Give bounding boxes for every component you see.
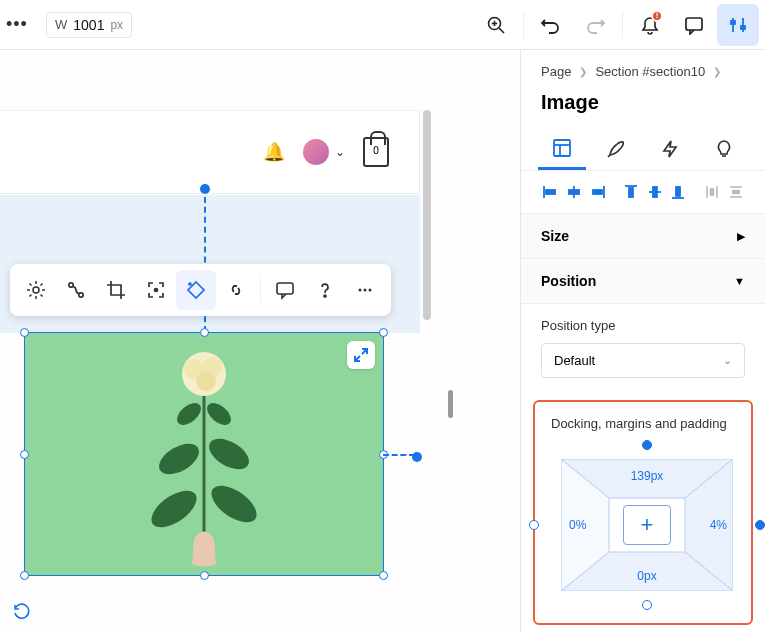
dock-bottom-icon[interactable] [642, 600, 652, 610]
svg-point-27 [203, 399, 235, 429]
distribute-h-icon[interactable] [703, 181, 722, 203]
tab-layout[interactable] [538, 128, 586, 170]
breadcrumb[interactable]: Page ❯ Section #section10 ❯ [521, 50, 765, 87]
margin-top-value[interactable]: 139px [631, 469, 664, 483]
comments-button[interactable] [673, 4, 715, 46]
history-icon[interactable] [12, 602, 30, 620]
site-header-preview: 🔔 ⌄ 0 [0, 110, 420, 194]
link-icon[interactable] [216, 270, 256, 310]
more-icon[interactable]: ••• [6, 14, 26, 35]
svg-rect-32 [554, 140, 570, 156]
svg-point-18 [369, 289, 372, 292]
resize-handle[interactable] [379, 571, 388, 580]
resize-handle[interactable] [200, 328, 209, 337]
svg-point-23 [204, 433, 254, 476]
docking-section: Docking, margins and padding + 139px 4% … [533, 400, 753, 625]
align-bottom-icon[interactable] [669, 181, 688, 203]
resize-handle[interactable] [20, 328, 29, 337]
canvas-workspace: 🔔 ⌄ 0 [0, 50, 520, 632]
align-top-icon[interactable] [622, 181, 641, 203]
properties-toggle-button[interactable] [717, 4, 759, 46]
margin-right-value[interactable]: 4% [710, 518, 727, 532]
tab-interactions[interactable] [646, 128, 694, 170]
width-input-group[interactable]: W 1001 px [46, 12, 132, 38]
svg-rect-54 [733, 191, 739, 194]
panel-title: Image [521, 87, 765, 128]
svg-point-24 [145, 483, 203, 534]
docking-label: Docking, margins and padding [545, 416, 741, 431]
position-type-select[interactable]: Default ⌄ [541, 343, 745, 378]
path-icon[interactable] [56, 270, 96, 310]
svg-rect-51 [711, 189, 714, 195]
margin-guide [383, 454, 415, 456]
align-left-icon[interactable] [541, 181, 560, 203]
account-menu[interactable]: ⌄ [303, 139, 345, 165]
align-center-v-icon[interactable] [646, 181, 665, 203]
undo-button[interactable] [530, 4, 572, 46]
topbar-right: ! [475, 4, 759, 46]
help-icon[interactable] [305, 270, 345, 310]
cart-icon[interactable]: 0 [363, 137, 389, 167]
scrollbar-thumb[interactable] [423, 110, 431, 320]
svg-rect-44 [629, 188, 633, 197]
caret-down-icon: ▼ [734, 275, 745, 287]
bell-icon[interactable]: 🔔 [263, 141, 285, 163]
padding-add-button[interactable]: + [623, 505, 671, 545]
svg-point-16 [359, 289, 362, 292]
width-value[interactable]: 1001 [73, 17, 104, 33]
svg-rect-42 [593, 190, 602, 194]
separator [260, 278, 261, 302]
expand-button[interactable] [347, 341, 375, 369]
resize-handle[interactable] [200, 571, 209, 580]
more-icon[interactable] [345, 270, 385, 310]
alert-badge-icon: ! [651, 10, 663, 22]
svg-rect-48 [676, 187, 680, 196]
tab-ideas[interactable] [700, 128, 748, 170]
align-right-icon[interactable] [588, 181, 607, 203]
align-center-h-icon[interactable] [565, 181, 584, 203]
settings-icon[interactable] [16, 270, 56, 310]
comment-icon[interactable] [265, 270, 305, 310]
svg-point-31 [196, 371, 216, 391]
position-type-field: Position type Default ⌄ [521, 304, 765, 392]
canvas-scrollbar[interactable] [420, 110, 434, 630]
dock-left-icon[interactable] [529, 520, 539, 530]
canvas-area[interactable]: 🔔 ⌄ 0 [0, 110, 430, 630]
svg-point-26 [173, 399, 205, 429]
breadcrumb-section[interactable]: Section #section10 [595, 64, 705, 79]
section-label: Position [541, 273, 596, 289]
caret-right-icon: ▶ [737, 230, 745, 243]
section-size[interactable]: Size ▶ [521, 214, 765, 259]
margin-left-value[interactable]: 0% [569, 518, 586, 532]
section-position[interactable]: Position ▼ [521, 259, 765, 304]
notifications-button[interactable]: ! [629, 4, 671, 46]
resize-handle[interactable] [379, 328, 388, 337]
dock-anchor-top-icon[interactable] [200, 184, 210, 194]
element-toolbar [10, 264, 391, 316]
animation-icon[interactable] [176, 270, 216, 310]
dock-right-icon[interactable] [755, 520, 765, 530]
resize-handle[interactable] [20, 450, 29, 459]
flower-image-icon [134, 339, 274, 569]
crop-icon[interactable] [96, 270, 136, 310]
cart-count: 0 [365, 145, 387, 156]
tab-design[interactable] [592, 128, 640, 170]
distribute-v-icon[interactable] [726, 181, 745, 203]
separator [622, 11, 623, 39]
redo-button[interactable] [574, 4, 616, 46]
alignment-bar [521, 171, 765, 214]
selected-image[interactable] [24, 332, 384, 576]
width-label: W [55, 17, 67, 32]
avatar-icon [303, 139, 329, 165]
zoom-in-button[interactable] [475, 4, 517, 46]
dock-top-icon[interactable] [642, 440, 652, 450]
panel-resize-handle[interactable] [448, 390, 453, 418]
focal-point-icon[interactable] [136, 270, 176, 310]
docking-widget[interactable]: + 139px 4% 0px 0% [545, 445, 749, 605]
svg-rect-8 [741, 26, 745, 29]
svg-point-22 [154, 438, 204, 481]
breadcrumb-root[interactable]: Page [541, 64, 571, 79]
resize-handle[interactable] [20, 571, 29, 580]
svg-rect-7 [731, 21, 735, 24]
margin-bottom-value[interactable]: 0px [637, 569, 656, 583]
